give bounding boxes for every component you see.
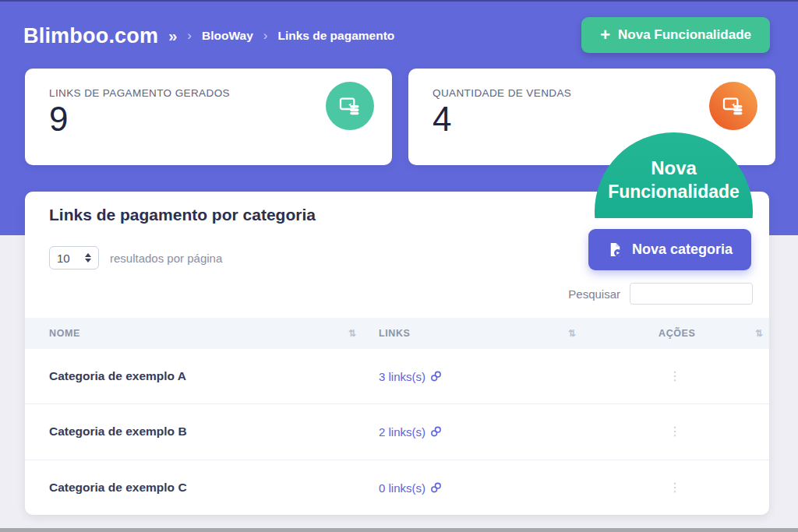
stat-card-links-gerados: LINKS DE PAGAMENTO GERADOS 9 xyxy=(25,69,392,165)
new-category-button-label: Nova categoria xyxy=(632,241,733,258)
breadcrumb-item-links-de-pagamento[interactable]: Links de pagamento xyxy=(277,29,394,43)
stat-label: LINKS DE PAGAMENTO GERADOS xyxy=(49,87,230,99)
promo-badge-circle: Nova Funcionalidade xyxy=(595,132,753,218)
chevron-right-icon: › xyxy=(263,28,268,44)
promo-badge: Nova Funcionalidade xyxy=(595,132,753,218)
category-name: Categoria de exemplo A xyxy=(49,369,186,383)
table-header: NOME ⇅ LINKS ⇅ AÇÕES ⇅ xyxy=(25,318,769,349)
table-row: Categoria de exemplo B 2 links(s) ⋮ xyxy=(25,403,769,459)
stat-value: 9 xyxy=(49,100,68,139)
search-row: Pesquisar xyxy=(568,282,753,305)
row-actions-kebab-icon[interactable]: ⋮ xyxy=(669,425,681,438)
sort-icon[interactable]: ⇅ xyxy=(568,318,577,349)
row-actions-kebab-icon[interactable]: ⋮ xyxy=(669,481,681,494)
stat-value: 4 xyxy=(433,100,451,139)
per-page-label: resultados por página xyxy=(110,252,222,265)
window-edge xyxy=(0,528,798,532)
select-arrows-icon xyxy=(85,253,91,262)
table-body: Categoria de exemplo A 3 links(s) ⋮ Cate… xyxy=(25,349,769,515)
promo-badge-line2: Funcionalidade xyxy=(595,181,753,203)
sort-icon[interactable]: ⇅ xyxy=(755,318,764,349)
links-count-label: 2 links(s) xyxy=(379,425,425,439)
card-coins-icon xyxy=(709,82,757,130)
stat-label: QUANTIDADE DE VENDAS xyxy=(433,87,571,99)
double-chevron-icon: » xyxy=(168,27,177,45)
links-count-link[interactable]: 3 links(s) xyxy=(379,370,442,383)
search-label: Pesquisar xyxy=(568,287,620,301)
category-name: Categoria de exemplo B xyxy=(49,425,187,439)
links-count-label: 0 links(s) xyxy=(379,481,425,494)
link-icon xyxy=(430,426,442,438)
promo-badge-line1: Nova xyxy=(595,157,753,179)
card-coins-icon xyxy=(326,82,374,130)
links-count-link[interactable]: 0 links(s) xyxy=(379,481,442,494)
plus-icon: + xyxy=(600,26,610,44)
breadcrumb-item-blooway[interactable]: BlooWay xyxy=(202,29,253,43)
column-header-acoes[interactable]: AÇÕES xyxy=(659,318,695,349)
link-icon xyxy=(430,371,442,382)
category-name: Categoria de exemplo C xyxy=(49,481,187,495)
column-header-nome[interactable]: NOME xyxy=(49,318,80,349)
file-plus-icon xyxy=(607,241,623,258)
per-page-select[interactable]: 10 xyxy=(49,246,99,270)
table-row: Categoria de exemplo A 3 links(s) ⋮ xyxy=(25,349,769,403)
sort-icon[interactable]: ⇅ xyxy=(348,318,357,349)
per-page-selected-value: 10 xyxy=(57,252,70,265)
new-category-button[interactable]: Nova categoria xyxy=(588,229,751,270)
column-header-links[interactable]: LINKS xyxy=(379,318,411,349)
panel-title: Links de pagamento por categoria xyxy=(49,206,316,224)
links-count-link[interactable]: 2 links(s) xyxy=(379,425,442,439)
row-actions-kebab-icon[interactable]: ⋮ xyxy=(669,370,681,382)
link-icon xyxy=(430,481,442,493)
chevron-right-icon: › xyxy=(187,28,192,44)
breadcrumb: Blimboo.com » › BlooWay › Links de pagam… xyxy=(23,19,394,53)
brand-logo[interactable]: Blimboo.com xyxy=(23,24,158,48)
categories-panel: Links de pagamento por categoria 10 resu… xyxy=(25,192,769,515)
table-row: Categoria de exemplo C 0 links(s) ⋮ xyxy=(25,460,769,515)
new-feature-button-label: Nova Funcionalidade xyxy=(618,27,751,43)
new-feature-button[interactable]: + Nova Funcionalidade xyxy=(581,17,770,53)
search-input[interactable] xyxy=(630,283,753,305)
links-count-label: 3 links(s) xyxy=(379,370,425,383)
